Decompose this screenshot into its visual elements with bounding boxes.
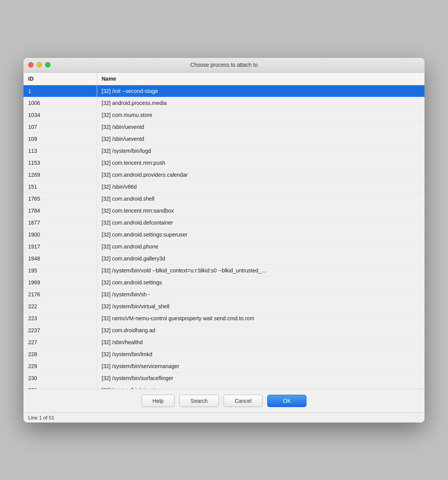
cell-id: 2237: [24, 324, 97, 336]
ok-button[interactable]: OK: [267, 395, 307, 407]
cell-name: [32] /sbin/ueventd: [97, 133, 424, 145]
cell-id: 223: [24, 312, 97, 324]
table-row[interactable]: 1948[32] com.android.gallery3d: [24, 252, 424, 264]
table-row[interactable]: 228[32] /system/bin/lmkd: [24, 348, 424, 360]
cell-id: 228: [24, 348, 97, 360]
table-row[interactable]: 222[32] /system/bin/virtual_shell: [24, 300, 424, 312]
table-row[interactable]: 107[32] /sbin/ueventd: [24, 121, 424, 133]
cell-id: 2176: [24, 288, 97, 300]
cell-id: 151: [24, 181, 97, 193]
cell-id: 1034: [24, 109, 97, 121]
process-table: ID Name 1[32] /init --second-stage1006[3…: [24, 73, 424, 389]
cell-name: [32] com.android.settings: [97, 276, 424, 288]
cell-id: 113: [24, 145, 97, 157]
cell-id: 1948: [24, 252, 97, 264]
table-row[interactable]: 195[32] /system/bin/vold --blkid_context…: [24, 264, 424, 276]
column-header-name: Name: [97, 73, 424, 85]
cell-name: [32] /system/bin/vold --blkid_context=u:…: [97, 264, 424, 276]
status-text: Line 1 of 51: [28, 415, 54, 421]
window-title: Choose process to attach to: [190, 62, 258, 68]
table-row[interactable]: 1006[32] android.process.media: [24, 97, 424, 109]
cell-name: [32] com.android.phone: [97, 240, 424, 252]
cell-name: [32] /system/bin/surfaceflinger: [97, 372, 424, 384]
cell-id: 1917: [24, 240, 97, 252]
cell-id: 1: [24, 85, 97, 97]
table-row[interactable]: 2237[32] com.droidhang.ad: [24, 324, 424, 336]
help-button[interactable]: Help: [141, 395, 175, 407]
footer-buttons: Help Search Cancel OK: [24, 389, 424, 412]
table-row[interactable]: 113[32] /system/bin/logd: [24, 145, 424, 157]
cell-id: 1765: [24, 193, 97, 205]
table-row[interactable]: 1900[32] com.android.settings:superuser: [24, 228, 424, 240]
search-button[interactable]: Search: [179, 395, 219, 407]
minimize-button[interactable]: [37, 62, 42, 68]
cell-name: [32] /init --second-stage: [97, 85, 424, 97]
table-header-row: ID Name: [24, 73, 424, 85]
table-row[interactable]: 1917[32] com.android.phone: [24, 240, 424, 252]
cell-name: [32] com.android.defcontainer: [97, 216, 424, 228]
cell-name: [32] com.android.gallery3d: [97, 252, 424, 264]
cell-name: [32] com.android.shell: [97, 193, 424, 205]
cell-name: [32] /sbin/ueventd: [97, 121, 424, 133]
cell-name: [32] com.tencent.mm:sandbox: [97, 205, 424, 216]
cell-name: [32] /system/bin/logd: [97, 145, 424, 157]
cell-name: [32] com.android.providers.calendar: [97, 169, 424, 181]
cell-id: 1900: [24, 228, 97, 240]
table-row[interactable]: 231[32] /system/bin/vinput: [24, 384, 424, 389]
close-button[interactable]: [28, 62, 34, 68]
table-row[interactable]: 230[32] /system/bin/surfaceflinger: [24, 372, 424, 384]
cell-name: [32] nemuVM-nemu-control guestproperty w…: [97, 312, 424, 324]
table-row[interactable]: 227[32] /sbin/healthd: [24, 336, 424, 348]
cell-name: [32] /system/bin/vinput: [97, 384, 424, 389]
table-body: 1[32] /init --second-stage1006[32] andro…: [24, 85, 424, 389]
cell-id: 230: [24, 372, 97, 384]
cancel-button[interactable]: Cancel: [224, 395, 263, 407]
table-row[interactable]: 1784[32] com.tencent.mm:sandbox: [24, 205, 424, 216]
cell-id: 229: [24, 360, 97, 372]
cell-name: [32] /system/bin/servicemanager: [97, 360, 424, 372]
table-row[interactable]: 1153[32] com.tencent.mm:push: [24, 157, 424, 169]
cell-id: 1153: [24, 157, 97, 169]
cell-name: [32] /system/bin/virtual_shell: [97, 300, 424, 312]
table-row[interactable]: 1765[32] com.android.shell: [24, 193, 424, 205]
maximize-button[interactable]: [45, 62, 51, 68]
process-table-container[interactable]: ID Name 1[32] /init --second-stage1006[3…: [24, 73, 424, 389]
table-row[interactable]: 109[32] /sbin/ueventd: [24, 133, 424, 145]
cell-id: 1006: [24, 97, 97, 109]
cell-name: [32] android.process.media: [97, 97, 424, 109]
table-row[interactable]: 151[32] /sbin/v86d: [24, 181, 424, 193]
cell-name: [32] /system/bin/lmkd: [97, 348, 424, 360]
cell-name: [32] /system/bin/sh -: [97, 288, 424, 300]
table-row[interactable]: 1269[32] com.android.providers.calendar: [24, 169, 424, 181]
status-bar: Line 1 of 51: [24, 412, 424, 423]
cell-id: 227: [24, 336, 97, 348]
title-bar: Choose process to attach to: [24, 58, 424, 73]
cell-id: 1877: [24, 216, 97, 228]
table-row[interactable]: 1[32] /init --second-stage: [24, 85, 424, 97]
cell-id: 195: [24, 264, 97, 276]
cell-id: 222: [24, 300, 97, 312]
main-window: Choose process to attach to ID Name 1[32…: [24, 58, 424, 423]
cell-name: [32] /sbin/healthd: [97, 336, 424, 348]
cell-id: 1784: [24, 205, 97, 216]
cell-id: 109: [24, 133, 97, 145]
cell-name: [32] com.tencent.mm:push: [97, 157, 424, 169]
cell-name: [32] /sbin/v86d: [97, 181, 424, 193]
table-row[interactable]: 1969[32] com.android.settings: [24, 276, 424, 288]
table-row[interactable]: 1877[32] com.android.defcontainer: [24, 216, 424, 228]
cell-id: 231: [24, 384, 97, 389]
cell-name: [32] com.droidhang.ad: [97, 324, 424, 336]
cell-name: [32] com.mumu.store: [97, 109, 424, 121]
column-header-id: ID: [24, 73, 97, 85]
table-row[interactable]: 1034[32] com.mumu.store: [24, 109, 424, 121]
table-row[interactable]: 2176[32] /system/bin/sh -: [24, 288, 424, 300]
table-row[interactable]: 223[32] nemuVM-nemu-control guestpropert…: [24, 312, 424, 324]
cell-id: 1969: [24, 276, 97, 288]
cell-name: [32] com.android.settings:superuser: [97, 228, 424, 240]
table-row[interactable]: 229[32] /system/bin/servicemanager: [24, 360, 424, 372]
cell-id: 1269: [24, 169, 97, 181]
traffic-lights: [28, 62, 51, 68]
cell-id: 107: [24, 121, 97, 133]
